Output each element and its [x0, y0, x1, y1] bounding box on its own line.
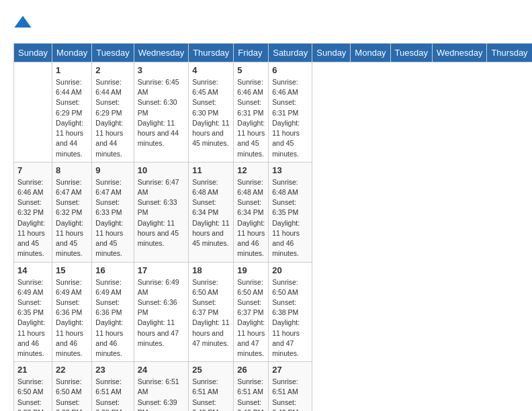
col-header-sunday: Sunday: [14, 44, 52, 62]
day-cell: 20 Sunrise: 6:50 AMSunset: 6:38 PMDaylig…: [269, 262, 312, 362]
day-info: Sunrise: 6:50 AMSunset: 6:37 PMDaylight:…: [192, 278, 229, 347]
day-number: 8: [56, 165, 88, 175]
day-info: Sunrise: 6:49 AMSunset: 6:36 PMDaylight:…: [56, 278, 83, 358]
day-info: Sunrise: 6:46 AMSunset: 6:31 PMDaylight:…: [237, 78, 265, 158]
col-header-tuesday: Tuesday: [92, 44, 134, 62]
day-cell: 23 Sunrise: 6:51 AMSunset: 6:39 PMDaylig…: [92, 362, 134, 411]
day-number: 24: [138, 365, 185, 375]
day-cell: 9 Sunrise: 6:47 AMSunset: 6:33 PMDayligh…: [92, 162, 134, 262]
day-number: 15: [56, 265, 88, 275]
day-cell: 27 Sunrise: 6:51 AMSunset: 6:40 PMDaylig…: [269, 362, 312, 411]
day-number: 4: [192, 65, 230, 75]
day-number: 26: [237, 365, 265, 375]
day-cell: 5 Sunrise: 6:46 AMSunset: 6:31 PMDayligh…: [234, 62, 269, 163]
day-cell: 17 Sunrise: 6:49 AMSunset: 6:36 PMDaylig…: [134, 262, 188, 362]
day-info: Sunrise: 6:45 AMSunset: 6:30 PMDaylight:…: [192, 78, 229, 147]
day-cell: 14 Sunrise: 6:49 AMSunset: 6:35 PMDaylig…: [14, 262, 52, 362]
day-info: Sunrise: 6:50 AMSunset: 6:37 PMDaylight:…: [237, 278, 265, 358]
col-header-friday: Friday: [234, 44, 269, 62]
day-info: Sunrise: 6:44 AMSunset: 6:29 PMDaylight:…: [95, 78, 123, 158]
day-number: 22: [56, 365, 88, 375]
col-header-tuesday: Tuesday: [390, 44, 432, 62]
week-row-2: 7 Sunrise: 6:46 AMSunset: 6:32 PMDayligh…: [14, 162, 533, 262]
day-info: Sunrise: 6:46 AMSunset: 6:32 PMDaylight:…: [17, 178, 45, 258]
day-number: 9: [95, 165, 130, 175]
day-cell: 1 Sunrise: 6:44 AMSunset: 6:29 PMDayligh…: [52, 62, 92, 163]
day-number: 18: [192, 265, 230, 275]
day-info: Sunrise: 6:47 AMSunset: 6:33 PMDaylight:…: [138, 178, 179, 247]
day-cell: 22 Sunrise: 6:50 AMSunset: 6:38 PMDaylig…: [52, 362, 92, 411]
day-info: Sunrise: 6:48 AMSunset: 6:34 PMDaylight:…: [237, 178, 265, 258]
day-number: 3: [138, 65, 185, 75]
day-info: Sunrise: 6:49 AMSunset: 6:36 PMDaylight:…: [95, 278, 123, 358]
day-info: Sunrise: 6:51 AMSunset: 6:40 PMDaylight:…: [237, 377, 265, 411]
day-number: 14: [17, 265, 48, 275]
logo-icon: [13, 13, 32, 32]
day-cell: 26 Sunrise: 6:51 AMSunset: 6:40 PMDaylig…: [234, 362, 269, 411]
day-cell: 15 Sunrise: 6:49 AMSunset: 6:36 PMDaylig…: [52, 262, 92, 362]
day-info: Sunrise: 6:51 AMSunset: 6:40 PMDaylight:…: [272, 377, 300, 411]
day-number: 6: [272, 65, 308, 75]
week-row-1: 1 Sunrise: 6:44 AMSunset: 6:29 PMDayligh…: [14, 62, 533, 163]
day-number: 21: [17, 365, 48, 375]
day-cell: 13 Sunrise: 6:48 AMSunset: 6:35 PMDaylig…: [269, 162, 312, 262]
day-info: Sunrise: 6:48 AMSunset: 6:34 PMDaylight:…: [192, 178, 229, 247]
header-row: SundayMondayTuesdayWednesdayThursdayFrid…: [14, 44, 533, 62]
day-info: Sunrise: 6:47 AMSunset: 6:32 PMDaylight:…: [56, 178, 83, 258]
day-cell: 10 Sunrise: 6:47 AMSunset: 6:33 PMDaylig…: [134, 162, 188, 262]
col-header-thursday: Thursday: [189, 44, 234, 62]
day-info: Sunrise: 6:44 AMSunset: 6:29 PMDaylight:…: [56, 78, 83, 158]
day-number: 23: [95, 365, 130, 375]
day-info: Sunrise: 6:48 AMSunset: 6:35 PMDaylight:…: [272, 178, 300, 258]
day-info: Sunrise: 6:50 AMSunset: 6:38 PMDaylight:…: [17, 377, 45, 411]
day-info: Sunrise: 6:49 AMSunset: 6:36 PMDaylight:…: [138, 278, 179, 347]
day-number: 17: [138, 265, 185, 275]
day-info: Sunrise: 6:50 AMSunset: 6:38 PMDaylight:…: [272, 278, 300, 358]
day-number: 1: [56, 65, 88, 75]
day-cell: 4 Sunrise: 6:45 AMSunset: 6:30 PMDayligh…: [189, 62, 234, 163]
day-info: Sunrise: 6:47 AMSunset: 6:33 PMDaylight:…: [95, 178, 123, 258]
day-number: 20: [272, 265, 308, 275]
day-cell: 18 Sunrise: 6:50 AMSunset: 6:37 PMDaylig…: [189, 262, 234, 362]
day-number: 10: [138, 165, 185, 175]
day-cell: 11 Sunrise: 6:48 AMSunset: 6:34 PMDaylig…: [189, 162, 234, 262]
week-row-3: 14 Sunrise: 6:49 AMSunset: 6:35 PMDaylig…: [14, 262, 533, 362]
page-header: [13, 13, 519, 32]
day-number: 5: [237, 65, 265, 75]
day-cell: 19 Sunrise: 6:50 AMSunset: 6:37 PMDaylig…: [234, 262, 269, 362]
day-number: 16: [95, 265, 130, 275]
day-info: Sunrise: 6:46 AMSunset: 6:31 PMDaylight:…: [272, 78, 300, 158]
col-header-saturday: Saturday: [269, 44, 312, 62]
day-cell: [14, 62, 52, 163]
calendar-table: SundayMondayTuesdayWednesdayThursdayFrid…: [13, 43, 532, 411]
day-number: 27: [272, 365, 308, 375]
col-header-thursday: Thursday: [487, 44, 532, 62]
day-info: Sunrise: 6:49 AMSunset: 6:35 PMDaylight:…: [17, 278, 45, 358]
col-header-sunday: Sunday: [312, 44, 351, 62]
day-number: 2: [95, 65, 130, 75]
day-info: Sunrise: 6:51 AMSunset: 6:40 PMDaylight:…: [192, 377, 229, 411]
day-number: 19: [237, 265, 265, 275]
day-cell: 8 Sunrise: 6:47 AMSunset: 6:32 PMDayligh…: [52, 162, 92, 262]
day-cell: 3 Sunrise: 6:45 AMSunset: 6:30 PMDayligh…: [134, 62, 188, 163]
day-cell: 24 Sunrise: 6:51 AMSunset: 6:39 PMDaylig…: [134, 362, 188, 411]
day-number: 7: [17, 165, 48, 175]
day-cell: 2 Sunrise: 6:44 AMSunset: 6:29 PMDayligh…: [92, 62, 134, 163]
col-header-monday: Monday: [52, 44, 92, 62]
col-header-monday: Monday: [351, 44, 390, 62]
week-row-4: 21 Sunrise: 6:50 AMSunset: 6:38 PMDaylig…: [14, 362, 533, 411]
col-header-wednesday: Wednesday: [134, 44, 188, 62]
logo: [13, 13, 35, 32]
day-number: 12: [237, 165, 265, 175]
day-cell: 16 Sunrise: 6:49 AMSunset: 6:36 PMDaylig…: [92, 262, 134, 362]
day-cell: 21 Sunrise: 6:50 AMSunset: 6:38 PMDaylig…: [14, 362, 52, 411]
day-cell: 6 Sunrise: 6:46 AMSunset: 6:31 PMDayligh…: [269, 62, 312, 163]
day-cell: 7 Sunrise: 6:46 AMSunset: 6:32 PMDayligh…: [14, 162, 52, 262]
day-info: Sunrise: 6:51 AMSunset: 6:39 PMDaylight:…: [138, 377, 179, 411]
day-info: Sunrise: 6:50 AMSunset: 6:38 PMDaylight:…: [56, 377, 83, 411]
day-cell: 25 Sunrise: 6:51 AMSunset: 6:40 PMDaylig…: [189, 362, 234, 411]
col-header-wednesday: Wednesday: [433, 44, 487, 62]
day-number: 13: [272, 165, 308, 175]
day-info: Sunrise: 6:51 AMSunset: 6:39 PMDaylight:…: [95, 377, 123, 411]
day-cell: 12 Sunrise: 6:48 AMSunset: 6:34 PMDaylig…: [234, 162, 269, 262]
